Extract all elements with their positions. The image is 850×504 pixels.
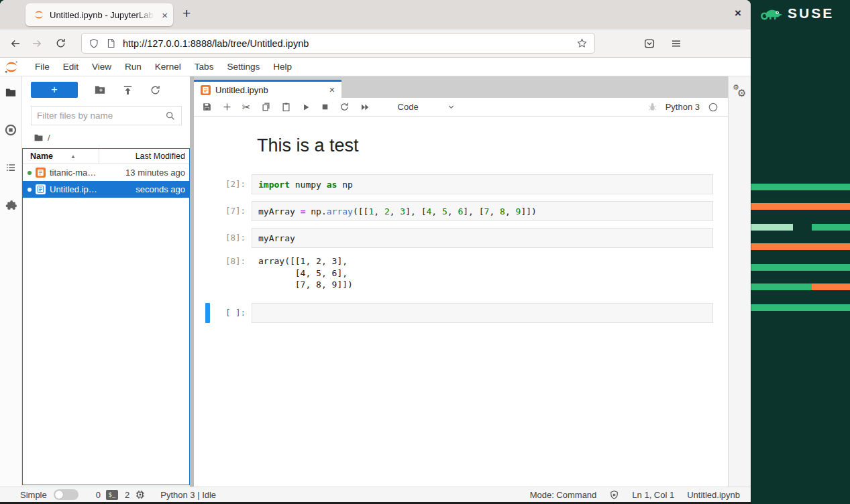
browser-tab-title: Untitled.ipynb - JupyterLab xyxy=(50,10,156,20)
menu-settings[interactable]: Settings xyxy=(220,62,266,72)
debugger-icon[interactable] xyxy=(647,102,657,112)
sidebar-tab-file-browser[interactable] xyxy=(0,78,21,107)
code-input[interactable]: myArray xyxy=(252,228,713,248)
pocket-icon[interactable] xyxy=(643,38,655,50)
kernel-status-icon[interactable] xyxy=(708,102,719,113)
bookmark-star-icon[interactable] xyxy=(576,38,588,49)
window-close-button[interactable]: × xyxy=(735,7,741,20)
cell-collapser[interactable] xyxy=(205,201,210,221)
page-info-icon[interactable] xyxy=(106,38,116,48)
back-icon[interactable] xyxy=(9,38,21,50)
notebook-cell[interactable]: [7]:myArray = np.array([[1, 2, 3], [4, 5… xyxy=(205,201,713,221)
sidebar-tab-extensions[interactable] xyxy=(0,190,21,220)
url-text[interactable]: http://127.0.0.1:8888/lab/tree/Untitled.… xyxy=(123,38,570,49)
code-input[interactable]: import numpy as np xyxy=(252,174,713,194)
restart-run-all-button[interactable] xyxy=(360,102,370,113)
desktop-wallpaper: SUSE xyxy=(751,0,850,504)
cursor-position[interactable]: Ln 1, Col 1 xyxy=(632,490,674,500)
menu-hamburger-icon[interactable] xyxy=(670,38,682,50)
paste-cells-button[interactable] xyxy=(281,102,291,112)
markdown-heading: This is a test xyxy=(252,134,359,157)
menu-edit[interactable]: Edit xyxy=(56,62,85,72)
save-button[interactable] xyxy=(202,102,212,112)
add-cell-button[interactable] xyxy=(222,102,232,112)
interrupt-kernel-button[interactable] xyxy=(321,103,329,111)
menu-kernel[interactable]: Kernel xyxy=(148,62,188,72)
firefox-window: Untitled.ipynb - JupyterLab × + × http:/… xyxy=(0,0,751,504)
kernel-name-button[interactable]: Python 3 xyxy=(666,102,700,112)
property-inspector-tab[interactable]: ⚙ ⚙ xyxy=(733,86,747,101)
code-input[interactable]: myArray = np.array([[1, 2, 3], [4, 5, 6]… xyxy=(252,201,713,221)
cell-collapser[interactable] xyxy=(205,133,210,168)
file-browser-toolbar: + xyxy=(31,82,182,98)
shield-icon[interactable] xyxy=(89,38,99,49)
notebook-cell[interactable]: [2]:import numpy as np xyxy=(205,174,713,194)
cell-prompt: [7]: xyxy=(210,201,252,221)
filter-files-box xyxy=(31,106,182,125)
new-tab-button[interactable]: + xyxy=(182,5,191,21)
file-row[interactable]: titanic-ma… 13 minutes ago xyxy=(23,164,189,181)
jupyter-menubar: FileEditViewRunKernelTabsSettingsHelp xyxy=(0,58,751,76)
cell-collapser[interactable] xyxy=(205,303,210,323)
restart-kernel-button[interactable] xyxy=(339,102,350,112)
notebook-tab-label: Untitled.ipynb xyxy=(215,85,325,95)
notebook-cell[interactable]: [8]:array([[1, 2, 3], [4, 5, 6], [7, 8, … xyxy=(205,255,713,296)
new-folder-button[interactable] xyxy=(94,84,106,96)
new-launcher-button[interactable]: + xyxy=(31,82,78,98)
kernel-chip-icon[interactable] xyxy=(135,489,146,500)
cell-collapser[interactable] xyxy=(205,255,210,296)
menu-run[interactable]: Run xyxy=(118,62,148,72)
notebook-file-icon xyxy=(201,85,211,95)
file-browser-panel: + xyxy=(22,76,190,487)
column-name[interactable]: Name▲ xyxy=(23,151,99,161)
copy-cells-button[interactable] xyxy=(261,102,271,112)
folder-icon xyxy=(5,86,17,99)
menu-view[interactable]: View xyxy=(85,62,118,72)
notebook-tab[interactable]: Untitled.ipynb × xyxy=(194,80,341,98)
breadcrumb-root[interactable]: / xyxy=(48,133,50,143)
simple-mode-toggle[interactable] xyxy=(54,489,78,500)
command-mode-indicator[interactable]: Mode: Command xyxy=(530,490,597,500)
cut-cells-button[interactable]: ✂ xyxy=(242,101,251,113)
cell-output: array([[1, 2, 3], [4, 5, 6], [7, 8, 9]]) xyxy=(252,255,713,291)
sidebar-tab-toc[interactable] xyxy=(0,153,21,182)
notebook-tab-close-icon[interactable]: × xyxy=(329,84,335,95)
wallpaper-stripe xyxy=(812,284,850,290)
terminal-icon[interactable]: $_ xyxy=(106,490,118,500)
document-tabbar: Untitled.ipynb × xyxy=(194,76,728,98)
refresh-file-list-button[interactable] xyxy=(150,84,161,96)
menu-tabs[interactable]: Tabs xyxy=(188,62,221,72)
wallpaper-stripe xyxy=(751,203,850,210)
navbar-right xyxy=(643,38,682,50)
run-cell-button[interactable] xyxy=(301,103,311,112)
notebook-cell[interactable]: [8]:myArray xyxy=(205,228,713,248)
cell-collapser[interactable] xyxy=(205,228,210,248)
jupyterlab-app: FileEditViewRunKernelTabsSettingsHelp xyxy=(0,58,751,503)
home-folder-icon[interactable] xyxy=(34,133,44,143)
chevron-down-icon[interactable] xyxy=(447,103,456,111)
trust-shield-icon[interactable] xyxy=(609,490,619,500)
cell-prompt: [2]: xyxy=(210,174,252,194)
code-input[interactable] xyxy=(252,303,713,323)
kernel-status-text[interactable]: Python 3 | Idle xyxy=(160,490,216,500)
cell-type-dropdown[interactable]: Code xyxy=(398,102,419,112)
notebook-cells: This is a test[2]:import numpy as np[7]:… xyxy=(194,117,728,487)
tab-close-icon[interactable]: × xyxy=(162,10,168,20)
wallpaper-stripe xyxy=(751,243,850,250)
reload-icon[interactable] xyxy=(55,38,66,49)
notebook-cell[interactable]: This is a test xyxy=(205,133,713,168)
filter-files-input[interactable] xyxy=(37,111,165,121)
upload-button[interactable] xyxy=(122,84,134,96)
terminals-count: 0 xyxy=(96,490,101,500)
notebook-cell[interactable]: [ ]: xyxy=(205,303,713,323)
file-modified: 13 minutes ago xyxy=(125,168,185,178)
column-last-modified[interactable]: Last Modified xyxy=(99,149,189,164)
menu-help[interactable]: Help xyxy=(266,62,299,72)
cell-collapser[interactable] xyxy=(205,174,210,194)
forward-icon[interactable] xyxy=(31,38,43,50)
file-row[interactable]: Untitled.ip… seconds ago xyxy=(23,181,189,198)
sidebar-tab-running[interactable] xyxy=(0,115,21,145)
browser-tab[interactable]: Untitled.ipynb - JupyterLab × xyxy=(25,3,173,26)
url-bar[interactable]: http://127.0.0.1:8888/lab/tree/Untitled.… xyxy=(81,33,595,54)
menu-file[interactable]: File xyxy=(28,62,56,72)
